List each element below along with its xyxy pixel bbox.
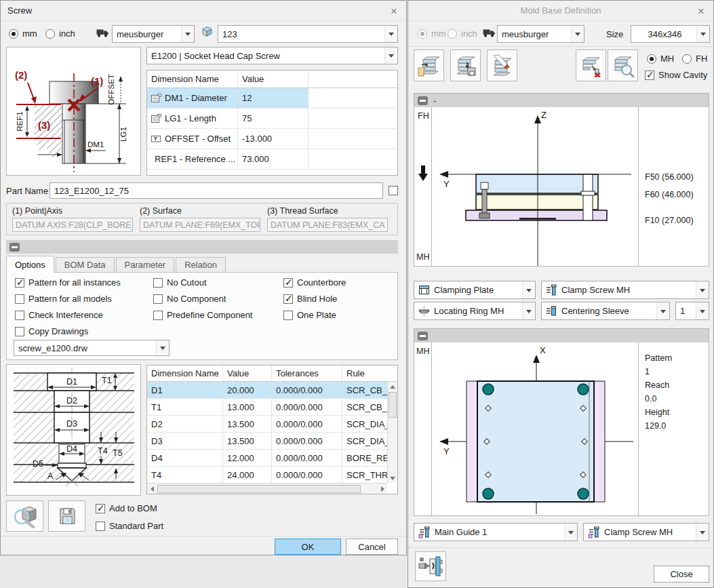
collapse-button[interactable]: [418, 96, 428, 105]
part-name-checkbox[interactable]: [389, 186, 398, 195]
drawing-select[interactable]: screw_e1200.drw: [14, 340, 170, 356]
checkbox-blind-hole[interactable]: Blind Hole: [283, 294, 337, 304]
table-row[interactable]: D120.0000.000/0.000SCR_CB_DI: [147, 382, 388, 399]
tab-relation[interactable]: Relation: [176, 257, 226, 273]
chevron-down-icon[interactable]: [156, 340, 169, 355]
vertical-scrollbar[interactable]: [387, 382, 397, 483]
injection-unit-button[interactable]: [415, 551, 446, 581]
table-row[interactable]: D313.5000.000/0.000SCR_DIA_M: [147, 433, 388, 450]
preview-moldbase-button[interactable]: [608, 50, 638, 81]
clamping-plate-select[interactable]: Clamping Plate: [414, 281, 536, 299]
axis-x-label: X: [540, 345, 546, 355]
close-icon[interactable]: ×: [694, 4, 708, 18]
screw-preview-diagram: (1) (2) (3) REF1 OFFSET LG1 DM1: [6, 47, 141, 176]
truck-icon: [96, 28, 110, 40]
chevron-down-icon[interactable]: [656, 302, 669, 319]
plate-note: F50 (56.000): [645, 172, 694, 182]
tab-bom-data[interactable]: BOM Data: [56, 257, 115, 273]
checkbox-add-to-bom[interactable]: Add to BOM: [96, 503, 157, 513]
checkbox-predefine-component[interactable]: Predefine Component: [153, 310, 252, 320]
collapse-button[interactable]: [9, 243, 20, 252]
cell-tol: 0.000/0.000: [272, 450, 342, 466]
checkbox-counterbore[interactable]: Counterbore: [283, 277, 346, 288]
radio-inch[interactable]: inch: [45, 28, 75, 39]
ref3-field[interactable]: DATUM PLANE:F83(EMX_CA: [267, 218, 388, 232]
locating-ring-select[interactable]: Locating Ring MH: [414, 302, 536, 320]
collapse-button[interactable]: [418, 332, 428, 340]
table-row[interactable]: T424.0000.000/0.000SCR_THREA: [147, 467, 388, 484]
scroll-left-button[interactable]: [147, 484, 157, 494]
label-lg1: LG1: [119, 127, 127, 142]
tab-options[interactable]: Options: [6, 256, 54, 273]
chevron-down-icon[interactable]: [522, 281, 535, 298]
chevron-down-icon[interactable]: [696, 281, 709, 298]
catalog-icon[interactable]: [201, 25, 213, 39]
radio-label: mm: [22, 28, 37, 39]
close-button[interactable]: Close: [654, 566, 709, 583]
tab-parameter[interactable]: Parameter: [116, 257, 175, 273]
chevron-down-icon[interactable]: [696, 524, 709, 541]
pattern-value: 1: [645, 367, 650, 376]
clamp-screw-bottom-select[interactable]: Clamp Screw MH: [583, 523, 709, 541]
checkbox-copy-drawings[interactable]: Copy Drawings: [15, 326, 88, 336]
ref1-field[interactable]: DATUM AXIS:F28(CLP_BORE_ES: [12, 218, 133, 232]
save-moldbase-button[interactable]: [450, 50, 481, 81]
count-select[interactable]: 1: [675, 302, 709, 320]
ref2-field[interactable]: DATUM PLANE:F69(EMX_TOP_: [140, 218, 260, 232]
main-guide-select[interactable]: Main Guide 1: [414, 523, 578, 541]
chevron-down-icon[interactable]: [384, 26, 397, 42]
checkbox-check-interference[interactable]: Check Interference: [15, 310, 103, 320]
close-icon[interactable]: ×: [387, 4, 401, 18]
checkbox-standard-part[interactable]: Standard Part: [96, 521, 163, 531]
table-row[interactable]: D213.5000.000/0.000SCR_DIA_M: [147, 416, 388, 433]
cancel-button[interactable]: Cancel: [346, 538, 398, 555]
scrollbar-thumb[interactable]: [157, 485, 361, 493]
radio-mm[interactable]: mm: [9, 28, 37, 39]
scrollbar-thumb[interactable]: [389, 392, 397, 418]
delete-component-button[interactable]: [576, 50, 606, 81]
table-row[interactable]: REF1 - Reference ... 73.000: [147, 149, 397, 170]
ok-button[interactable]: OK: [275, 538, 341, 555]
ref2-label: (2) Surface: [140, 206, 182, 216]
chevron-down-icon[interactable]: [564, 524, 577, 541]
checkbox-no-component[interactable]: No Component: [153, 294, 226, 304]
checkbox-no-cutout[interactable]: No Cutout: [153, 277, 207, 288]
pattern-label: Pattern: [645, 353, 672, 363]
tolerance-table-header: Dimension Name Value Tolerances Rule: [147, 366, 397, 382]
edit-moldbase-button[interactable]: [487, 50, 517, 81]
table-row[interactable]: OFFSET - Offset -13.000: [147, 129, 397, 149]
save-part-button[interactable]: [48, 501, 85, 532]
horizontal-scrollbar[interactable]: [147, 483, 387, 494]
scroll-right-button[interactable]: [378, 484, 387, 494]
supplier-select[interactable]: meusburger: [112, 25, 195, 43]
chevron-down-icon[interactable]: [571, 26, 584, 42]
table-row[interactable]: DM1 - Diameter 12: [147, 88, 397, 109]
cell-rule: SCR_CB_DI: [342, 382, 388, 398]
table-row[interactable]: D412.0000.000/0.000BORE_REF_: [147, 450, 388, 467]
chevron-down-icon[interactable]: [696, 302, 709, 319]
project-select[interactable]: 123: [218, 25, 398, 43]
supplier-select[interactable]: meusburger: [497, 25, 584, 43]
centering-sleeve-select[interactable]: Centering Sleeve: [541, 302, 670, 320]
chevron-down-icon[interactable]: [181, 26, 194, 42]
checkbox-pattern-all-models[interactable]: Pattern for all models: [15, 294, 112, 304]
chevron-down-icon[interactable]: [384, 47, 397, 64]
screw-type-select[interactable]: E1200 | Socket Head Cap Screw: [146, 47, 398, 64]
preview-button[interactable]: [6, 501, 43, 532]
checkbox-show-cavity[interactable]: Show Cavity: [645, 70, 707, 80]
radio-mh[interactable]: MH: [647, 54, 674, 64]
cell-rule: SCR_DIA_M: [342, 416, 388, 432]
size-select[interactable]: 346x346: [631, 25, 710, 43]
clamp-screw-select[interactable]: Clamp Screw MH: [541, 281, 709, 299]
radio-fh[interactable]: FH: [682, 54, 707, 64]
chevron-down-icon[interactable]: [696, 26, 709, 42]
scroll-up-button[interactable]: [388, 382, 397, 391]
checkbox-one-plate[interactable]: One Plate: [283, 310, 336, 320]
chevron-down-icon[interactable]: [522, 302, 535, 319]
checkbox-pattern-all-instances[interactable]: Pattern for all instances: [15, 277, 121, 288]
table-row[interactable]: T113.0000.000/0.000SCR_CB_DE: [147, 399, 388, 416]
scroll-down-button[interactable]: [388, 473, 397, 483]
open-moldbase-button[interactable]: [414, 50, 444, 81]
table-row[interactable]: LG1 - Length 75: [147, 109, 397, 129]
part-name-input[interactable]: [49, 182, 383, 199]
